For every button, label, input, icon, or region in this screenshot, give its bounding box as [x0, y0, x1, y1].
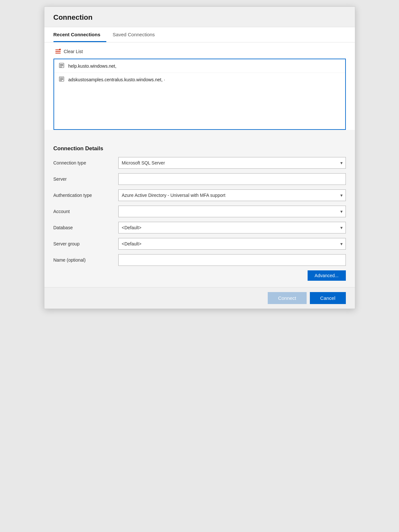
auth-type-row: Authentication type Azure Active Directo…: [53, 189, 346, 201]
svg-rect-7: [60, 65, 63, 66]
tabs-section: Recent Connections Saved Connections: [44, 27, 355, 42]
auth-type-label: Authentication type: [53, 193, 118, 198]
auth-type-wrapper: Azure Active Directory - Universal with …: [118, 189, 346, 201]
auth-type-select[interactable]: Azure Active Directory - Universal with …: [118, 189, 346, 201]
spacer: [44, 130, 355, 140]
database-icon: [59, 76, 65, 83]
server-group-row: Server group <Default>: [53, 238, 346, 250]
database-select[interactable]: <Default>: [118, 222, 346, 233]
database-wrapper: <Default>: [118, 222, 346, 233]
name-row: Name (optional): [53, 254, 346, 266]
database-icon: [59, 62, 65, 69]
database-row: Database <Default>: [53, 222, 346, 233]
svg-rect-8: [60, 67, 62, 67]
tab-recent[interactable]: Recent Connections: [53, 27, 106, 42]
svg-rect-11: [60, 79, 63, 80]
connection-item[interactable]: adskustosamples.centralus.kusto.windows.…: [54, 73, 345, 86]
advanced-row: Advanced...: [53, 270, 346, 281]
account-wrapper: [118, 206, 346, 217]
tab-saved[interactable]: Saved Connections: [113, 27, 161, 42]
connection-type-select[interactable]: Microsoft SQL Server PostgreSQL MySQL SQ…: [118, 157, 346, 169]
connection-item[interactable]: help.kusto.windows.net,: [54, 59, 345, 73]
connect-button[interactable]: Connect: [268, 292, 307, 304]
server-group-label: Server group: [53, 241, 118, 246]
server-group-select[interactable]: <Default>: [118, 238, 346, 250]
connection-details-title: Connection Details: [53, 140, 346, 157]
server-label: Server: [53, 176, 118, 182]
connection-type-label: Connection type: [53, 160, 118, 165]
svg-rect-6: [60, 64, 63, 65]
connection-type-row: Connection type Microsoft SQL Server Pos…: [53, 157, 346, 169]
connection-dialog: Connection Recent Connections Saved Conn…: [44, 6, 355, 309]
svg-rect-1: [55, 51, 61, 52]
database-label: Database: [53, 225, 118, 230]
dialog-title: Connection: [44, 7, 355, 27]
server-row: Server: [53, 173, 346, 185]
connections-list: help.kusto.windows.net, adskustosamples.…: [53, 59, 346, 130]
server-group-wrapper: <Default>: [118, 238, 346, 250]
name-input[interactable]: [118, 254, 346, 266]
cancel-button[interactable]: Cancel: [310, 292, 346, 304]
tabs-container: Recent Connections Saved Connections: [53, 27, 346, 42]
clear-list-button[interactable]: Clear List: [53, 46, 84, 57]
svg-rect-10: [60, 78, 63, 78]
dialog-footer: Connect Cancel: [44, 287, 355, 309]
name-label: Name (optional): [53, 257, 118, 263]
connection-type-wrapper: Microsoft SQL Server PostgreSQL MySQL SQ…: [118, 157, 346, 169]
account-select[interactable]: [118, 206, 346, 217]
account-label: Account: [53, 209, 118, 214]
advanced-button[interactable]: Advanced...: [308, 270, 346, 281]
svg-rect-2: [55, 53, 61, 53]
svg-rect-12: [60, 80, 62, 81]
recent-connections-section: Clear List help.kusto.windows.net,: [44, 42, 355, 130]
clear-list-icon: [55, 48, 61, 55]
connection-details-section: Connection Details Connection type Micro…: [44, 140, 355, 287]
account-row: Account: [53, 206, 346, 217]
server-input[interactable]: [118, 173, 346, 185]
